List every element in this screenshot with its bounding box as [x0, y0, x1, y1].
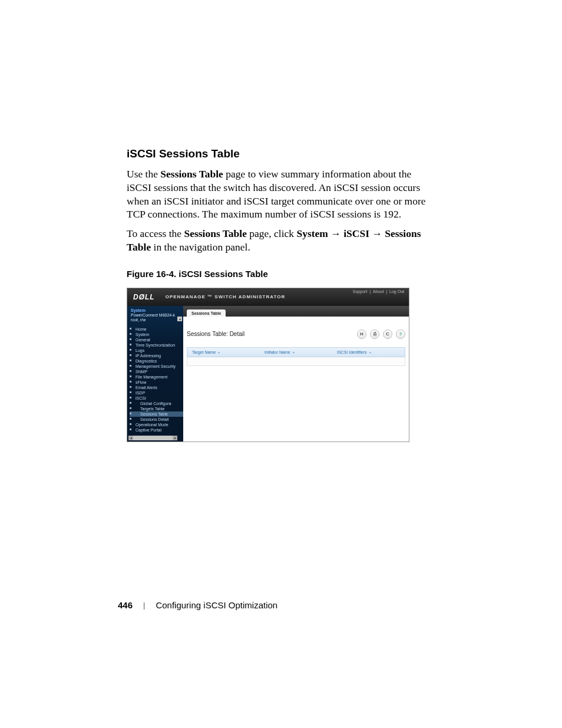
sidebar-item-diagnostics[interactable]: Diagnostics	[130, 358, 183, 364]
sidebar-item-mgmt-security[interactable]: Management Security	[130, 364, 183, 369]
sidebar-item-time-sync[interactable]: Time Synchronization	[130, 342, 183, 348]
tab-sessions-table[interactable]: Sessions Table	[187, 309, 226, 317]
sidebar-item-snmp[interactable]: SNMP	[130, 369, 183, 374]
sidebar-item-system[interactable]: System	[130, 332, 183, 337]
sidebar-nav: System PowerConnect M8024-k root, r/w ▴ …	[127, 306, 183, 442]
paragraph-2: To access the Sessions Table page, click…	[127, 227, 435, 254]
sidebar-item-iscsi[interactable]: iSCSI	[130, 396, 183, 401]
scroll-right-icon[interactable]: ▸	[173, 436, 177, 440]
breadcrumb-iscsi: iSCSI	[343, 228, 369, 239]
sidebar-hscrollbar[interactable]: ◂ ▸	[128, 436, 177, 440]
embedded-screenshot: DØLL OPENMANAGE ™ SWITCH ADMINISTRATOR S…	[127, 288, 409, 442]
sidebar-item-home[interactable]: Home	[130, 327, 183, 332]
footer-chapter-label: Configuring iSCSI Optimization	[156, 600, 277, 610]
sidebar-user-line: root, r/w	[131, 318, 180, 322]
sidebar-item-operational-mode[interactable]: Operational Mode	[130, 422, 183, 427]
text: page, click	[247, 228, 297, 239]
divider: |	[386, 289, 388, 294]
arrow-icon: →	[328, 228, 343, 239]
section-heading: iSCSI Sessions Table	[127, 147, 435, 160]
sidebar-item-ip-addressing[interactable]: IP Addressing	[130, 353, 183, 358]
scroll-up-icon[interactable]: ▴	[177, 317, 182, 321]
sidebar-item-email-alerts[interactable]: Email Alerts	[130, 385, 183, 390]
scroll-left-icon[interactable]: ◂	[128, 436, 133, 440]
table-header: Target Name Initiator Name ISCSI Identif…	[187, 347, 405, 357]
divider: |	[369, 289, 372, 294]
text: in the navigation panel.	[151, 241, 250, 253]
page-footer: 446 | Configuring iSCSI Optimization	[118, 600, 277, 610]
bold-text: Sessions Table	[160, 168, 223, 180]
sidebar-item-logs[interactable]: Logs	[130, 348, 183, 353]
table-body-empty	[187, 357, 405, 366]
col-initiator-name[interactable]: Initiator Name	[260, 350, 332, 354]
figure-caption: Figure 16-4. iSCSI Sessions Table	[127, 269, 435, 279]
page-title: Sessions Table: Detail	[187, 331, 244, 337]
arrow-icon: →	[369, 228, 385, 239]
logout-link[interactable]: Log Out	[389, 289, 404, 294]
dell-logo: DØLL	[133, 293, 155, 301]
sidebar-tree: Home System General Time Synchronization…	[127, 327, 183, 433]
sidebar-item-global-config[interactable]: Global Configura	[130, 401, 183, 406]
text: Use the	[127, 168, 160, 180]
support-link[interactable]: Support	[353, 289, 368, 294]
sidebar-header: System PowerConnect M8024-k root, r/w	[127, 306, 183, 325]
help-icon[interactable]: ?	[396, 330, 405, 339]
text: To access the	[127, 228, 184, 239]
sidebar-system-label: System	[131, 308, 180, 313]
main-panel: Sessions Table Sessions Table: Detail H …	[183, 306, 409, 442]
col-iscsi-identifiers[interactable]: ISCSI Identifiers	[332, 350, 405, 354]
col-target-name[interactable]: Target Name	[187, 350, 260, 354]
sidebar-item-isdp[interactable]: ISDP	[130, 390, 183, 396]
sidebar-item-sessions-table[interactable]: Sessions Table	[130, 411, 183, 417]
sidebar-item-captive-portal[interactable]: Captive Portal	[130, 427, 183, 433]
refresh-icon[interactable]: C	[383, 330, 392, 339]
bold-text: Sessions Table	[184, 228, 247, 239]
document-page: iSCSI Sessions Table Use the Sessions Ta…	[0, 0, 562, 728]
about-link[interactable]: About	[373, 289, 384, 294]
paragraph-1: Use the Sessions Table page to view summ…	[127, 167, 435, 221]
breadcrumb-system: System	[296, 228, 328, 239]
sidebar-item-general[interactable]: General	[130, 337, 183, 342]
sidebar-item-targets-table[interactable]: Targets Table	[130, 406, 183, 411]
page-number: 446	[118, 600, 133, 610]
sidebar-item-sflow[interactable]: sFlow	[130, 380, 183, 385]
print-icon[interactable]: ⎙	[370, 330, 379, 339]
app-body: System PowerConnect M8024-k root, r/w ▴ …	[127, 306, 409, 442]
app-name-label: OPENMANAGE ™ SWITCH ADMINISTRATOR	[166, 294, 286, 299]
sidebar-device-model: PowerConnect M8024-k	[131, 313, 180, 318]
save-icon[interactable]: H	[357, 330, 366, 339]
sidebar-item-file-mgmt[interactable]: File Management	[130, 374, 183, 380]
app-header: DØLL OPENMANAGE ™ SWITCH ADMINISTRATOR S…	[127, 288, 409, 306]
sidebar-item-sessions-detail[interactable]: Sessions Detail	[130, 417, 183, 422]
page-title-row: Sessions Table: Detail H ⎙ C ?	[187, 330, 405, 339]
toolbar: H ⎙ C ?	[357, 330, 405, 339]
footer-divider: |	[143, 601, 145, 610]
header-links: Support | About | Log Out	[352, 289, 404, 294]
tab-bar: Sessions Table	[183, 306, 409, 317]
